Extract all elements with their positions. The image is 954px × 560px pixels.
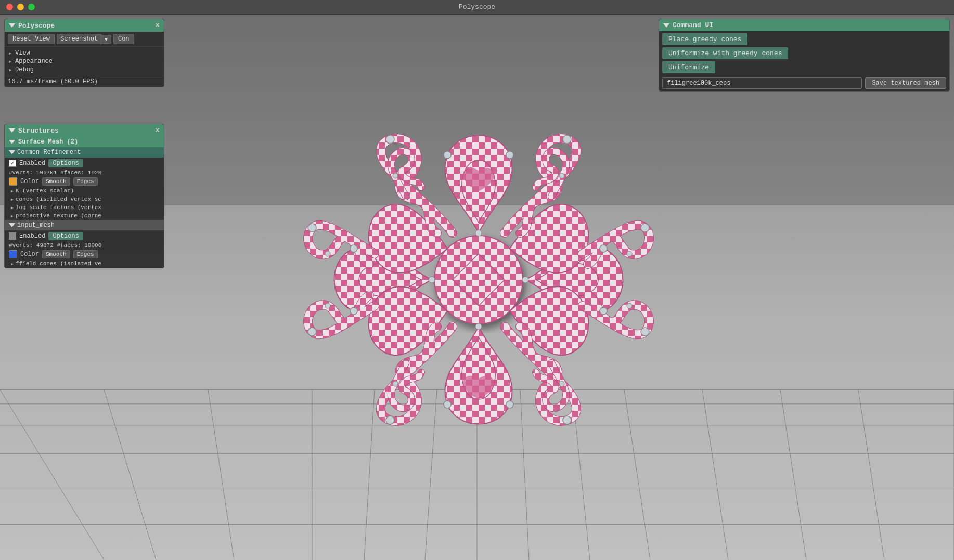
mesh-3d-object [166, 25, 791, 535]
surface-mesh-header[interactable]: Surface Mesh (2) [5, 137, 164, 147]
log-scale-item[interactable]: ▶ log scale factors (vertex [5, 203, 164, 212]
svg-point-48 [559, 381, 564, 386]
filename-input[interactable] [662, 77, 862, 89]
input-mesh-options-button[interactable]: Options [48, 232, 83, 240]
input-mesh-stats: #verts: 49872 #faces: 10000 [5, 242, 164, 249]
structures-close[interactable]: × [156, 126, 160, 135]
common-ref-collapse-icon [9, 150, 15, 154]
svg-point-31 [444, 151, 451, 159]
command-ui-panel: Command UI Place greedy cones Uniformize… [659, 19, 950, 92]
appearance-label: Appearance [15, 58, 53, 65]
common-ref-checkbox[interactable]: ✓ [9, 160, 16, 167]
debug-tree-item[interactable]: ▶ Debug [8, 66, 161, 74]
window-title: Polyscope [459, 3, 495, 11]
common-ref-enabled-row: ✓ Enabled Options [5, 158, 164, 169]
svg-point-41 [475, 230, 482, 236]
svg-point-37 [444, 401, 451, 408]
common-ref-options-button[interactable]: Options [48, 159, 83, 167]
svg-point-34 [641, 328, 649, 336]
view-tree-item[interactable]: ▶ View [8, 49, 161, 57]
panel-header-left: Polyscope [9, 22, 55, 30]
ffield-cones-item[interactable]: ▶ ffield cones (isolated ve [5, 259, 164, 268]
toolbar-row: Reset View Screenshot ▼ Con [5, 32, 164, 47]
svg-point-30 [600, 245, 607, 252]
svg-point-25 [386, 135, 394, 144]
input-mesh-header[interactable]: input_mesh [5, 220, 164, 230]
input-mesh-enabled-row: Enabled Options [5, 230, 164, 242]
command-ui-title: Command UI [673, 21, 713, 29]
common-ref-color-label: Color [20, 178, 39, 185]
polyscope-close[interactable]: × [156, 21, 160, 30]
viewport[interactable] [0, 15, 954, 560]
view-arrow: ▶ [8, 50, 13, 56]
svg-line-6 [0, 390, 104, 560]
surface-mesh-collapse-icon [9, 140, 15, 144]
svg-point-45 [393, 173, 398, 178]
svg-point-35 [386, 416, 394, 424]
surface-mesh-label: Surface Mesh (2) [18, 138, 78, 146]
screenshot-group: Screenshot ▼ [57, 34, 111, 44]
input-mesh-color-row: Color Smooth Edges [5, 249, 164, 259]
svg-point-42 [475, 323, 482, 330]
projective-label: projective texture (corne [16, 213, 101, 219]
svg-point-43 [429, 277, 435, 283]
filigree-mesh-svg [244, 46, 713, 514]
svg-point-50 [627, 251, 632, 256]
input-mesh-label: input_mesh [17, 222, 55, 229]
screenshot-button[interactable]: Screenshot [57, 34, 101, 44]
common-refinement-header[interactable]: Common Refinement [5, 147, 164, 158]
svg-point-32 [506, 151, 513, 159]
structures-panel: Structures × Surface Mesh (2) Common Ref… [4, 124, 164, 268]
minimize-button[interactable] [17, 4, 24, 10]
svg-line-18 [858, 390, 884, 560]
svg-point-51 [325, 303, 330, 308]
common-refinement-label: Common Refinement [17, 149, 81, 156]
svg-point-27 [308, 224, 316, 232]
svg-point-28 [641, 224, 649, 232]
common-ref-smooth-button[interactable]: Smooth [42, 177, 70, 186]
input-mesh-edges-button[interactable]: Edges [73, 250, 98, 258]
common-ref-color-swatch[interactable] [9, 177, 17, 186]
k-scalar-item[interactable]: ▶ K (vertex scalar) [5, 187, 164, 195]
input-mesh-smooth-button[interactable]: Smooth [42, 250, 70, 258]
projective-item[interactable]: ▶ projective texture (corne [5, 212, 164, 220]
projective-arrow: ▶ [11, 214, 14, 218]
tree-section: ▶ View ▶ Appearance ▶ Debug [5, 47, 164, 76]
command-ui-header-left: Command UI [663, 21, 713, 29]
appearance-tree-item[interactable]: ▶ Appearance [8, 57, 161, 66]
svg-point-40 [600, 307, 607, 315]
input-mesh-checkbox[interactable] [9, 232, 16, 240]
svg-point-44 [522, 277, 528, 283]
uniformize-greedy-button[interactable]: Uniformize with greedy cones [662, 47, 788, 59]
reset-view-button[interactable]: Reset View [8, 34, 55, 44]
structures-header-left: Structures [9, 127, 59, 135]
con-button[interactable]: Con [113, 34, 134, 44]
cones-item[interactable]: ▶ cones (isolated vertex sc [5, 195, 164, 203]
svg-point-38 [506, 401, 513, 408]
input-mesh-enabled-label: Enabled [19, 232, 45, 240]
window-controls [6, 4, 35, 10]
collapse-icon [9, 23, 15, 28]
k-scalar-arrow: ▶ [11, 189, 14, 193]
filename-row: Save textured mesh [659, 75, 949, 91]
uniformize-button[interactable]: Uniformize [662, 61, 715, 73]
common-ref-enabled-label: Enabled [19, 160, 45, 167]
svg-point-26 [563, 135, 571, 144]
svg-point-39 [350, 307, 357, 315]
command-ui-header: Command UI [659, 19, 949, 31]
close-button[interactable] [6, 4, 13, 10]
log-scale-label: log scale factors (vertex [16, 204, 101, 211]
svg-line-7 [104, 390, 156, 560]
common-ref-edges-button[interactable]: Edges [73, 177, 98, 186]
screenshot-dropdown[interactable]: ▼ [101, 35, 111, 44]
structures-title: Structures [18, 127, 59, 135]
maximize-button[interactable] [28, 4, 35, 10]
common-ref-stats: #verts: 106701 #faces: 1920 [5, 169, 164, 176]
input-mesh-color-swatch[interactable] [9, 250, 17, 258]
polyscope-panel-header: Polyscope × [5, 19, 164, 32]
k-scalar-label: K (vertex scalar) [16, 188, 74, 194]
save-textured-mesh-button[interactable]: Save textured mesh [865, 77, 946, 89]
place-greedy-cones-button[interactable]: Place greedy cones [662, 33, 747, 45]
view-label: View [15, 49, 30, 57]
polyscope-panel: Polyscope × Reset View Screenshot ▼ Con … [4, 19, 164, 87]
